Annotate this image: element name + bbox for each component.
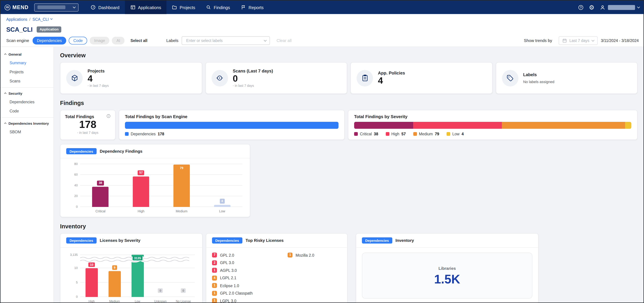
scan-target-icon bbox=[212, 70, 228, 86]
overview-card-body: Scans (Last 7 days)0- in last 7 days bbox=[233, 68, 273, 88]
risky-license-agpl-3-0[interactable]: 1AGPL 3.0 bbox=[212, 268, 270, 273]
legend-label: Dependencies bbox=[130, 132, 156, 136]
licenses-by-severity-title: Licenses by Severity bbox=[100, 238, 140, 243]
bar-critical[interactable] bbox=[92, 187, 109, 207]
chevron-down-icon[interactable] bbox=[50, 17, 53, 20]
reports-icon bbox=[241, 5, 246, 10]
bar-high[interactable] bbox=[133, 176, 149, 207]
total-findings-title: Total Findings bbox=[65, 114, 94, 119]
sidebar-group-title: Dependencies Inventory bbox=[8, 121, 49, 125]
libraries-label: Libraries bbox=[438, 266, 456, 270]
sidebar-group-header-general[interactable]: General bbox=[0, 50, 54, 58]
license-count-badge: 1 bbox=[212, 290, 217, 295]
nav-item-applications[interactable]: Applications bbox=[125, 1, 166, 14]
dashboard-icon bbox=[90, 5, 96, 10]
nav-item-findings[interactable]: Findings bbox=[201, 1, 236, 14]
labels-select[interactable] bbox=[182, 36, 270, 45]
trend-controls: Show trends by Last 7 days 3/11/2024 - 3… bbox=[524, 36, 639, 45]
nav-item-dashboard[interactable]: Dashboard bbox=[85, 1, 125, 14]
applications-icon bbox=[130, 5, 136, 10]
x-axis-label-no-license: No License bbox=[176, 299, 191, 303]
mend-logo[interactable]: m MEND bbox=[4, 5, 28, 10]
risky-license-mozilla-2-0[interactable]: 1Mozilla 2.0 bbox=[288, 253, 345, 257]
legend-swatch bbox=[413, 132, 417, 136]
navbar-right: ? ⚙ bbox=[578, 4, 640, 11]
labels-label: Labels bbox=[166, 38, 178, 43]
sidebar-item-sbom[interactable]: SBOM bbox=[0, 127, 54, 136]
breadcrumb-applications[interactable]: Applications bbox=[6, 17, 27, 21]
org-selector[interactable] bbox=[34, 3, 79, 12]
top-navbar: m MEND DashboardApplicationsProjectsFind… bbox=[0, 1, 644, 14]
overview-card-projects: Projects4- in last 7 days bbox=[60, 62, 202, 94]
legend-value: 79 bbox=[435, 132, 439, 136]
legend-label: High bbox=[391, 132, 400, 136]
legend-value: 4 bbox=[462, 132, 464, 136]
sidebar-item-summary[interactable]: Summary bbox=[0, 58, 54, 67]
trend-period-select[interactable]: Last 7 days bbox=[559, 36, 598, 45]
breadcrumb-current[interactable]: SCA_CLI bbox=[32, 17, 49, 21]
main-nav: DashboardApplicationsProjectsFindingsRep… bbox=[85, 1, 269, 14]
risky-license-lgpl-3-0[interactable]: 1LGPL 3.0 bbox=[212, 298, 270, 303]
overview-card-body: Projects4- in last 7 days bbox=[88, 68, 109, 88]
risky-license-gpl-2-0-classpath[interactable]: 1GPL 2.0 Classpath bbox=[212, 290, 270, 295]
legend-label: Medium bbox=[419, 132, 433, 136]
nav-item-label: Findings bbox=[214, 5, 230, 10]
libraries-value: 1.5K bbox=[434, 273, 460, 285]
clear-all-link[interactable]: Clear all bbox=[276, 38, 292, 43]
y-axis-tick: 3,135 bbox=[64, 253, 78, 256]
overview-heading: Overview bbox=[60, 52, 638, 59]
sidebar-item-scans[interactable]: Scans bbox=[0, 76, 54, 85]
bar-value-label-no-license: 0 bbox=[181, 288, 186, 293]
page-header: SCA_CLI Application bbox=[0, 24, 644, 35]
help-icon[interactable]: ? bbox=[578, 5, 584, 10]
label-tag-icon bbox=[502, 70, 518, 86]
user-menu[interactable] bbox=[600, 5, 640, 10]
dependencies-badge: Dependencies bbox=[362, 237, 392, 243]
overview-card-body: LabelsNo labels assigned bbox=[523, 72, 554, 84]
policy-clipboard-icon bbox=[356, 70, 373, 86]
select-all-link[interactable]: Select all bbox=[130, 38, 148, 43]
sidebar-group-header-security[interactable]: Security bbox=[0, 89, 54, 97]
breadcrumb: Applications / SCA_CLI bbox=[0, 14, 644, 24]
overview-card-title: Projects bbox=[88, 68, 109, 73]
navbar-left: m MEND DashboardApplicationsProjectsFind… bbox=[4, 1, 269, 14]
sidebar-item-dependencies[interactable]: Dependencies bbox=[0, 97, 54, 106]
nav-item-label: Reports bbox=[248, 5, 264, 10]
risky-license-lgpl-2-1[interactable]: 4LGPL 2.1 bbox=[212, 275, 270, 280]
license-count-badge: 2 bbox=[212, 260, 217, 265]
page-title: SCA_CLI bbox=[6, 26, 33, 33]
legend-value: 57 bbox=[402, 132, 406, 136]
sidebar-item-projects[interactable]: Projects bbox=[0, 67, 54, 76]
bar-high[interactable] bbox=[86, 268, 98, 297]
settings-gear-icon[interactable]: ⚙ bbox=[589, 4, 594, 11]
chart-gridline bbox=[80, 174, 242, 175]
severity-segment-critical bbox=[354, 122, 414, 129]
license-count-badge: 1 bbox=[212, 298, 217, 303]
bar-medium[interactable] bbox=[173, 165, 190, 207]
scan-engine-pill-code[interactable]: Code bbox=[69, 37, 87, 45]
license-name: LGPL 2.1 bbox=[220, 275, 236, 280]
y-axis-tick: 80 bbox=[64, 162, 78, 165]
projects-cube-icon bbox=[66, 70, 83, 86]
chevron-down-icon bbox=[637, 6, 640, 8]
nav-item-reports[interactable]: Reports bbox=[235, 1, 269, 14]
sidebar-group-header-dependencies-inventory[interactable]: Dependencies Inventory bbox=[0, 119, 54, 127]
trend-period-value: Last 7 days bbox=[570, 38, 590, 43]
bar-value-label-critical: 38 bbox=[97, 181, 104, 185]
labels-text-input[interactable] bbox=[185, 38, 264, 43]
legend-swatch bbox=[386, 132, 389, 136]
bar-low[interactable] bbox=[214, 205, 230, 207]
info-icon[interactable] bbox=[106, 114, 110, 118]
scan-engine-pill-ai: AI bbox=[112, 37, 125, 45]
risky-license-eclipse-1-0[interactable]: 1Eclipse 1.0 bbox=[212, 283, 270, 288]
nav-item-projects[interactable]: Projects bbox=[166, 1, 200, 14]
scan-engine-pill-dependencies[interactable]: Dependencies bbox=[32, 37, 66, 45]
sidebar-group-title: General bbox=[8, 52, 22, 56]
risky-license-gpl-2-0[interactable]: 7GPL 2.0 bbox=[212, 253, 270, 257]
overview-card-body: App. Policies4 bbox=[378, 71, 405, 86]
risky-license-gpl-3-0[interactable]: 2GPL 3.0 bbox=[212, 260, 270, 265]
filter-bar: Scan engine DependenciesCodeImageAI Sele… bbox=[0, 35, 644, 47]
findings-icon bbox=[206, 5, 211, 10]
sidebar-item-code[interactable]: Code bbox=[0, 106, 54, 115]
bar-medium[interactable] bbox=[108, 271, 121, 297]
